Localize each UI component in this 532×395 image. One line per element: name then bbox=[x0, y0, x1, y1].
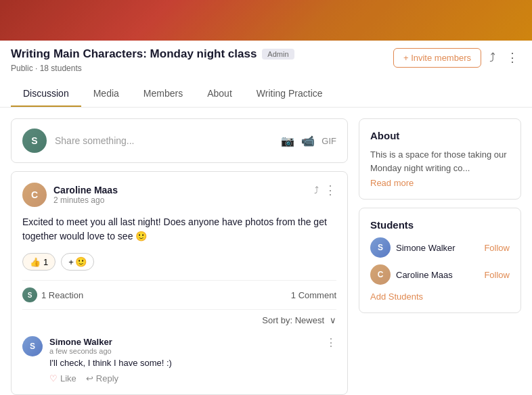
student-avatar-caroline: C bbox=[370, 264, 391, 285]
comment-actions: ♡ Like ↩ Reply bbox=[49, 373, 336, 384]
tab-bar: Discussion Media Members About Writing P… bbox=[11, 81, 521, 107]
about-title: About bbox=[370, 130, 510, 141]
group-header: Writing Main Characters: Monday night cl… bbox=[0, 41, 532, 108]
student-item-caroline: C Caroline Maas Follow bbox=[370, 264, 510, 285]
more-options-button[interactable]: ⋮ bbox=[504, 47, 521, 68]
like-button[interactable]: ♡ Like bbox=[49, 373, 76, 384]
post-share-icon[interactable]: ⤴ bbox=[314, 185, 319, 195]
students-card: Students S Simone Walker Follow C Caroli… bbox=[359, 208, 521, 313]
reaction-count: 1 Reaction bbox=[41, 290, 83, 300]
reply-icon: ↩ bbox=[86, 373, 93, 384]
plus-icon: + bbox=[68, 257, 74, 267]
camera-icon[interactable]: 📷 bbox=[281, 135, 294, 147]
share-placeholder[interactable]: Share something... bbox=[55, 135, 273, 146]
cover-image bbox=[0, 0, 532, 41]
student-name-simone: Simone Walker bbox=[396, 243, 456, 253]
comment-count[interactable]: 1 Comment bbox=[291, 290, 336, 300]
video-icon[interactable]: 📹 bbox=[301, 135, 315, 147]
reaction-stat: S 1 Reaction bbox=[22, 287, 83, 302]
tab-media[interactable]: Media bbox=[81, 81, 131, 107]
follow-caroline-button[interactable]: Follow bbox=[484, 270, 510, 280]
tab-writing-practice[interactable]: Writing Practice bbox=[244, 81, 335, 107]
post-author-avatar: C bbox=[22, 183, 47, 207]
current-user-avatar: S bbox=[22, 129, 47, 153]
student-item-simone: S Simone Walker Follow bbox=[370, 237, 510, 258]
add-students-link[interactable]: Add Students bbox=[370, 292, 510, 302]
post-content: Excited to meet you all last night! Does… bbox=[22, 215, 336, 243]
student-name-caroline: Caroline Maas bbox=[396, 270, 453, 280]
read-more-link[interactable]: Read more bbox=[370, 178, 414, 188]
student-info-simone: S Simone Walker bbox=[370, 237, 456, 258]
tab-members[interactable]: Members bbox=[131, 81, 195, 107]
tab-discussion[interactable]: Discussion bbox=[11, 81, 81, 107]
reaction-user-avatar: S bbox=[22, 287, 37, 302]
group-title: Writing Main Characters: Monday night cl… bbox=[11, 47, 257, 61]
follow-simone-button[interactable]: Follow bbox=[484, 243, 510, 253]
group-meta: Public · 18 students bbox=[11, 64, 294, 73]
add-reaction-button[interactable]: + 🙂 bbox=[61, 253, 94, 271]
post-header: C Caroline Maas 2 minutes ago ⤴ ⋮ bbox=[22, 183, 336, 207]
student-info-caroline: C Caroline Maas bbox=[370, 264, 453, 285]
admin-badge: Admin bbox=[262, 49, 294, 60]
reaction-buttons: 👍 1 + 🙂 bbox=[22, 253, 336, 271]
main-layout: S Share something... 📷 📹 GIF C Caroline … bbox=[0, 108, 532, 395]
post-author-name: Caroline Maas bbox=[53, 185, 118, 195]
chevron-down-icon: ∨ bbox=[330, 315, 336, 325]
comment-author-avatar: S bbox=[22, 336, 43, 356]
post-author-info: C Caroline Maas 2 minutes ago bbox=[22, 183, 118, 207]
comment-more-icon[interactable]: ⋮ bbox=[326, 336, 336, 349]
share-icon-button[interactable]: ⤴ bbox=[487, 48, 498, 68]
feed: S Share something... 📷 📹 GIF C Caroline … bbox=[11, 118, 348, 395]
reply-button[interactable]: ↩ Reply bbox=[86, 373, 118, 384]
comment-author-name: Simone Walker bbox=[49, 337, 112, 347]
share-box: S Share something... 📷 📹 GIF bbox=[11, 118, 348, 163]
post-time: 2 minutes ago bbox=[53, 195, 118, 205]
post-card: C Caroline Maas 2 minutes ago ⤴ ⋮ Excite… bbox=[11, 171, 348, 395]
gif-button[interactable]: GIF bbox=[322, 136, 336, 146]
thumbs-up-reaction[interactable]: 👍 1 bbox=[22, 253, 56, 271]
sidebar: About This is a space for those taking o… bbox=[359, 118, 521, 321]
sort-label[interactable]: Sort by: Newest ∨ bbox=[262, 315, 336, 325]
tab-about[interactable]: About bbox=[195, 81, 244, 107]
comment-text: I'll check, I think I have some! :) bbox=[49, 358, 336, 368]
comment-body: Simone Walker a few seconds ago I'll che… bbox=[49, 336, 336, 384]
post-stats: S 1 Reaction 1 Comment bbox=[22, 280, 336, 302]
about-card: About This is a space for those taking o… bbox=[359, 118, 521, 200]
heart-icon: ♡ bbox=[49, 373, 58, 384]
sort-row: Sort by: Newest ∨ bbox=[22, 309, 336, 328]
comment-time: a few seconds ago bbox=[49, 347, 336, 355]
student-avatar-simone: S bbox=[370, 237, 391, 258]
comment-item: S Simone Walker a few seconds ago I'll c… bbox=[22, 336, 336, 384]
comment-section: S Simone Walker a few seconds ago I'll c… bbox=[22, 328, 336, 384]
post-more-icon[interactable]: ⋮ bbox=[324, 183, 336, 198]
students-title: Students bbox=[370, 219, 510, 231]
invite-members-button[interactable]: + Invite members bbox=[393, 48, 481, 68]
about-text: This is a space for those taking our Mon… bbox=[370, 148, 510, 175]
